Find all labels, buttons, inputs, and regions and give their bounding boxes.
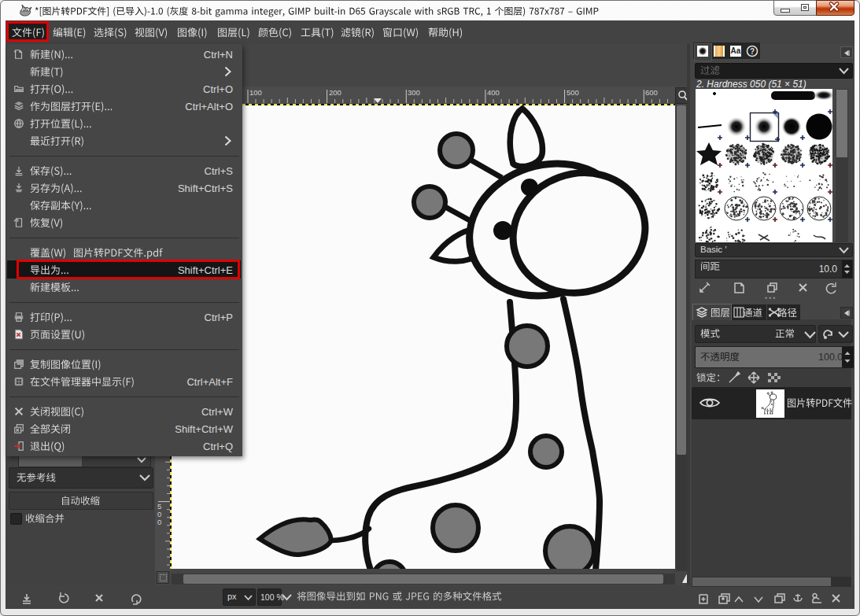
- svg-text:?: ?: [750, 47, 755, 56]
